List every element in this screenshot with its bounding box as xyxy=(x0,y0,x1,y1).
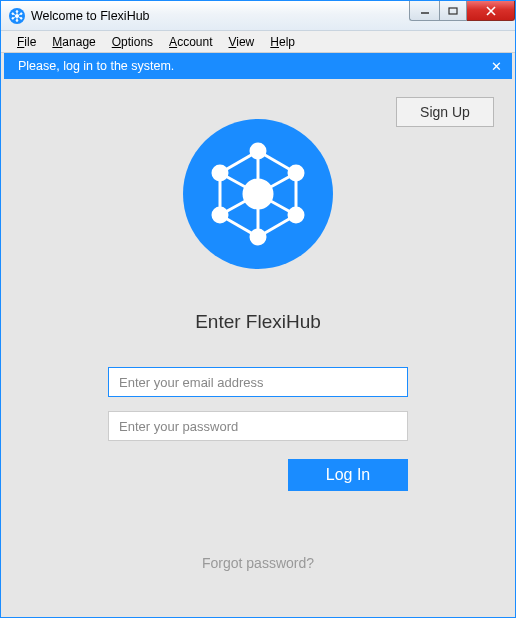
content-area: Sign Up xyxy=(4,79,512,614)
close-button[interactable] xyxy=(467,1,515,21)
titlebar: Welcome to FlexiHub xyxy=(1,1,515,31)
menu-manage[interactable]: Manage xyxy=(44,33,103,51)
forgot-password-link[interactable]: Forgot password? xyxy=(202,555,314,571)
login-heading: Enter FlexiHub xyxy=(195,311,321,333)
login-row: Log In xyxy=(108,459,408,491)
app-icon xyxy=(9,8,25,24)
login-button[interactable]: Log In xyxy=(288,459,408,491)
menu-options[interactable]: Options xyxy=(104,33,161,51)
menu-view[interactable]: View xyxy=(220,33,262,51)
svg-point-29 xyxy=(244,180,272,208)
menu-file[interactable]: File xyxy=(9,33,44,51)
banner-message: Please, log in to the system. xyxy=(18,59,174,73)
svg-point-35 xyxy=(213,166,227,180)
maximize-button[interactable] xyxy=(439,1,467,21)
login-banner: Please, log in to the system. ✕ xyxy=(4,53,512,79)
signup-button[interactable]: Sign Up xyxy=(396,97,494,127)
menu-account[interactable]: Account xyxy=(161,33,220,51)
svg-point-31 xyxy=(289,166,303,180)
banner-close-icon[interactable]: ✕ xyxy=(491,60,502,73)
logo-icon xyxy=(183,119,333,269)
window-controls xyxy=(409,1,515,21)
svg-point-33 xyxy=(251,230,265,244)
minimize-button[interactable] xyxy=(409,1,439,21)
menu-help[interactable]: Help xyxy=(262,33,303,51)
app-window: Welcome to FlexiHub File Manage Options … xyxy=(0,0,516,618)
svg-point-30 xyxy=(251,144,265,158)
menubar: File Manage Options Account View Help xyxy=(1,31,515,53)
svg-rect-14 xyxy=(449,8,457,14)
svg-point-34 xyxy=(213,208,227,222)
svg-point-32 xyxy=(289,208,303,222)
password-field[interactable] xyxy=(108,411,408,441)
email-field[interactable] xyxy=(108,367,408,397)
window-title: Welcome to FlexiHub xyxy=(31,9,150,23)
